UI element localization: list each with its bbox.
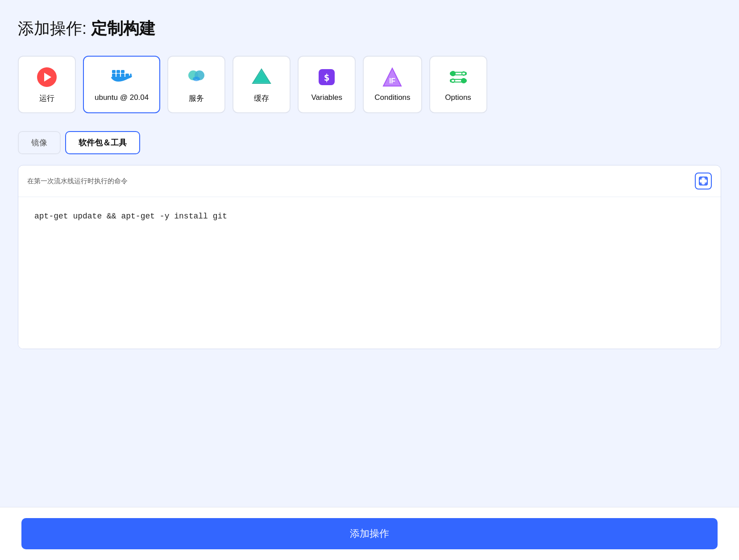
tab-card-run[interactable]: 运行 bbox=[18, 56, 76, 113]
tab-card-service[interactable]: 服务 bbox=[167, 56, 225, 113]
run-icon-area bbox=[35, 66, 58, 89]
svg-text:IF: IF bbox=[389, 77, 395, 85]
options-icon bbox=[447, 66, 470, 89]
variables-icon: $ bbox=[316, 66, 337, 88]
conditions-icon: IF bbox=[382, 66, 403, 88]
command-editor[interactable]: apt-get update && apt-get -y install git bbox=[18, 197, 721, 349]
tab-card-variables[interactable]: $ Variables bbox=[298, 56, 356, 113]
tab-card-cache[interactable]: 缓存 bbox=[232, 56, 291, 113]
sub-tab-image[interactable]: 镜像 bbox=[18, 131, 61, 154]
tab-card-options-label: Options bbox=[445, 93, 471, 102]
options-icon-area bbox=[447, 66, 470, 89]
tab-card-service-label: 服务 bbox=[189, 93, 204, 103]
conditions-icon-area: IF bbox=[381, 66, 404, 89]
cache-icon bbox=[251, 66, 272, 88]
sub-tabs-row: 镜像 软件包＆工具 bbox=[18, 131, 721, 154]
svg-point-8 bbox=[130, 74, 132, 75]
tab-card-ubuntu-label: ubuntu @ 20.04 bbox=[95, 93, 149, 102]
svg-rect-6 bbox=[121, 70, 125, 73]
svg-marker-13 bbox=[253, 71, 270, 82]
cache-icon-area bbox=[250, 66, 273, 89]
docker-icon bbox=[110, 66, 133, 89]
command-header: 在第一次流水线运行时执行的命令 bbox=[18, 165, 721, 197]
tab-card-conditions[interactable]: IF Conditions bbox=[363, 56, 422, 113]
tab-card-cache-label: 缓存 bbox=[254, 93, 269, 103]
svg-point-20 bbox=[450, 71, 456, 76]
service-icon-area bbox=[185, 66, 208, 89]
sub-tab-image-label: 镜像 bbox=[31, 138, 47, 147]
sub-tab-packages[interactable]: 软件包＆工具 bbox=[65, 131, 140, 154]
page-title-prefix: 添加操作: bbox=[18, 19, 91, 37]
tab-card-conditions-label: Conditions bbox=[374, 93, 410, 102]
tab-card-variables-label: Variables bbox=[311, 93, 342, 102]
expand-icon bbox=[699, 177, 708, 185]
docker-icon-area bbox=[110, 66, 133, 89]
tab-card-options[interactable]: Options bbox=[429, 56, 487, 113]
command-label: 在第一次流水线运行时执行的命令 bbox=[27, 177, 128, 185]
service-icon bbox=[186, 66, 207, 88]
run-icon bbox=[37, 67, 57, 87]
tab-card-ubuntu[interactable]: ubuntu @ 20.04 bbox=[83, 56, 160, 113]
variables-icon-area: $ bbox=[315, 66, 338, 89]
svg-point-23 bbox=[461, 78, 466, 83]
command-container: 在第一次流水线运行时执行的命令 apt-get update && apt-ge… bbox=[18, 165, 721, 349]
svg-rect-4 bbox=[116, 70, 120, 73]
page-title-main: 定制构建 bbox=[91, 19, 155, 37]
svg-rect-2 bbox=[121, 74, 125, 77]
svg-rect-1 bbox=[116, 74, 120, 77]
page-title: 添加操作: 定制构建 bbox=[18, 18, 721, 40]
sub-tab-packages-label: 软件包＆工具 bbox=[79, 138, 127, 147]
tab-card-run-label: 运行 bbox=[39, 93, 54, 103]
svg-text:$: $ bbox=[324, 72, 330, 83]
expand-button[interactable] bbox=[695, 173, 712, 189]
svg-rect-3 bbox=[112, 70, 116, 73]
svg-rect-0 bbox=[112, 74, 116, 77]
add-action-button[interactable]: 添加操作 bbox=[21, 518, 718, 549]
svg-point-11 bbox=[193, 77, 200, 81]
tab-cards-row: 运行 ubuntu @ 20 bbox=[18, 56, 721, 113]
bottom-bar: 添加操作 bbox=[0, 507, 739, 560]
